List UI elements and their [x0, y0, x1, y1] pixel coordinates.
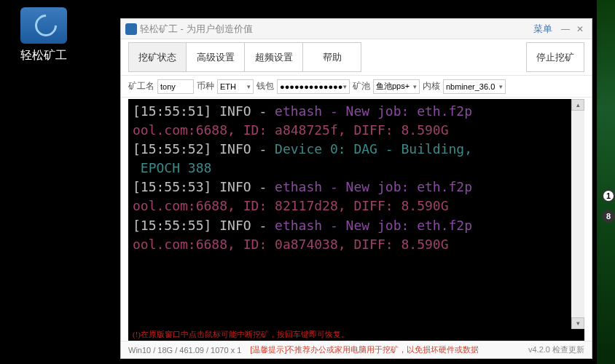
- console-area: [15:55:51] INFO - ethash - New job: eth.…: [128, 99, 584, 329]
- core-select[interactable]: nbminer_36.0: [443, 79, 506, 94]
- statusbar: Win10 / 18G / 461.09 / 1070 x 1 [温馨提示]不推…: [121, 341, 592, 358]
- tab-advanced-settings[interactable]: 高级设置: [187, 42, 245, 72]
- minimize-button[interactable]: —: [558, 23, 573, 36]
- stop-mining-button[interactable]: 停止挖矿: [526, 42, 584, 72]
- toolbar: 挖矿状态 高级设置 超频设置 帮助 停止挖矿: [121, 39, 592, 76]
- core-label: 内核: [423, 80, 440, 92]
- app-window: 轻松矿工 - 为用户创造价值 菜单 — ✕ 挖矿状态 高级设置 超频设置 帮助 …: [120, 18, 592, 359]
- coin-label: 币种: [197, 80, 214, 92]
- status-tip: [温馨提示]不推荐办公或家用电脑用于挖矿，以免损坏硬件或数据: [250, 344, 479, 355]
- worker-input[interactable]: [157, 79, 194, 94]
- scroll-up-button[interactable]: ▴: [571, 99, 584, 111]
- wallet-select[interactable]: ●●●●●●●●●●●●●: [277, 79, 350, 94]
- wallet-label: 钱包: [256, 80, 274, 92]
- close-button[interactable]: ✕: [573, 23, 587, 36]
- console-warning: (!)在原版窗口中点击鼠标可能中断挖矿，按回车键即可恢复。: [128, 329, 584, 341]
- coin-select[interactable]: ETH: [217, 79, 254, 94]
- desktop-shortcut[interactable]: 轻松矿工: [11, 7, 77, 63]
- window-title: 轻松矿工 - 为用户创造价值: [140, 23, 533, 36]
- tab-help[interactable]: 帮助: [303, 42, 361, 72]
- titlebar: 轻松矿工 - 为用户创造价值 菜单 — ✕: [121, 19, 592, 39]
- scroll-down-button[interactable]: ▾: [571, 317, 584, 329]
- badge-1[interactable]: 1: [602, 189, 615, 202]
- app-icon: [20, 7, 67, 44]
- menu-button[interactable]: 菜单: [533, 23, 552, 36]
- scrollbar[interactable]: ▴ ▾: [571, 99, 584, 329]
- pool-label: 矿池: [353, 80, 370, 92]
- floating-badges: 1 8: [602, 189, 615, 223]
- tab-overclock-settings[interactable]: 超频设置: [245, 42, 303, 72]
- scroll-track[interactable]: [571, 111, 584, 317]
- tab-mining-status[interactable]: 挖矿状态: [128, 42, 187, 72]
- titlebar-app-icon: [125, 23, 137, 35]
- system-info: Win10 / 18G / 461.09 / 1070 x 1: [128, 346, 241, 355]
- badge-2[interactable]: 8: [602, 210, 615, 223]
- config-row: 矿工名 币种 ETH 钱包 ●●●●●●●●●●●●● 矿池 鱼池pps+ 内核…: [121, 76, 592, 98]
- worker-label: 矿工名: [128, 80, 154, 92]
- desktop-icon-label: 轻松矿工: [11, 48, 77, 63]
- pool-select[interactable]: 鱼池pps+: [373, 79, 420, 94]
- version-check-update[interactable]: v4.2.0 检查更新: [528, 344, 584, 355]
- console-output: [15:55:51] INFO - ethash - New job: eth.…: [128, 99, 571, 329]
